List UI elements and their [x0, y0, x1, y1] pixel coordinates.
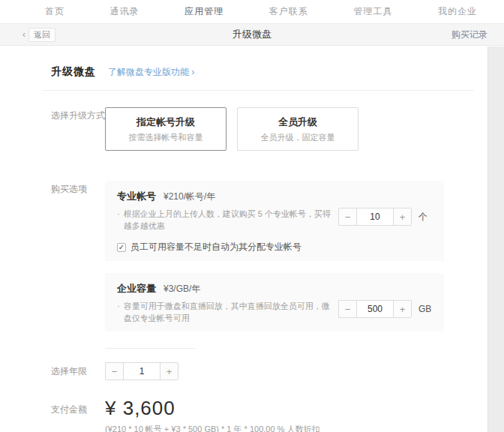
- pro-account-stepper: − 10 + 个: [338, 208, 434, 226]
- years-input[interactable]: 1: [123, 362, 160, 380]
- capacity-box: 企业容量 ¥3/GB/年 · 容量可用于微盘和直播回放，其中直播回放全员可用，微…: [105, 273, 444, 332]
- section-title: 升级微盘: [51, 65, 96, 79]
- nav-tab-home[interactable]: 首页: [44, 0, 66, 24]
- payment-formula: (¥210 * 10 帐号 + ¥3 * 500 GB) * 1 年 * 100…: [105, 424, 320, 432]
- top-nav: 首页 通讯录 应用管理 客户联系 管理工具 我的企业: [0, 0, 504, 23]
- increase-accounts-button[interactable]: +: [394, 208, 412, 226]
- pro-account-box: 专业帐号 ¥210/帐号/年 · 根据企业上月的上传人数，建议购买 5 个专业帐…: [105, 181, 444, 261]
- bullet-icon: ·: [117, 208, 120, 232]
- pro-account-head: 专业帐号 ¥210/帐号/年: [117, 190, 434, 203]
- pro-account-body: · 根据企业上月的上传人数，建议购买 5 个专业帐号，买得越多越优惠 − 10 …: [117, 208, 434, 232]
- capacity-stepper: − 500 + GB: [338, 300, 434, 318]
- decrease-years-button[interactable]: −: [105, 362, 123, 380]
- page-header: ‹ 返回 升级微盘 购买记录: [0, 23, 504, 46]
- nav-tab-app-management[interactable]: 应用管理: [183, 0, 225, 24]
- decrease-capacity-button[interactable]: −: [338, 300, 356, 318]
- upgrade-mode-cards: 指定帐号升级 按需选择帐号和容量 全员升级 全员升级，固定容量: [105, 107, 358, 151]
- increase-years-button[interactable]: +: [160, 362, 178, 380]
- payment-amount: ¥ 3,600: [105, 397, 320, 420]
- option-card-specified-accounts[interactable]: 指定帐号升级 按需选择帐号和容量: [105, 107, 226, 151]
- purchase-options-row: 购买选项 专业帐号 ¥210/帐号/年 · 根据企业上月的上传人数，建议购买 5…: [51, 181, 474, 332]
- capacity-head: 企业容量 ¥3/GB/年: [117, 282, 434, 296]
- title-divider: [42, 90, 474, 91]
- nav-tab-my-company[interactable]: 我的企业: [436, 0, 478, 24]
- capacity-body: · 容量可用于微盘和直播回放，其中直播回放全员可用，微盘仅专业帐号可用 − 50…: [117, 300, 434, 324]
- auto-assign-checkbox-row[interactable]: ✓ 员工可用容量不足时自动为其分配专业帐号: [117, 241, 434, 254]
- purchase-option-boxes: 专业帐号 ¥210/帐号/年 · 根据企业上月的上传人数，建议购买 5 个专业帐…: [105, 181, 444, 332]
- capacity-price: ¥3/GB/年: [164, 283, 200, 296]
- accounts-unit: 个: [418, 211, 434, 224]
- card-title: 指定帐号升级: [136, 116, 195, 129]
- checkbox-checked-icon[interactable]: ✓: [117, 243, 126, 252]
- purchase-records-link[interactable]: 购买记录: [452, 28, 488, 41]
- upgrade-mode-label: 选择升级方式: [51, 107, 105, 122]
- bullet-icon: ·: [117, 300, 120, 324]
- right-gutter: [488, 46, 504, 432]
- nav-tab-contacts[interactable]: 通讯录: [109, 0, 141, 24]
- payment-label: 支付金额: [51, 397, 105, 416]
- main-content: 升级微盘 了解微盘专业版功能 › 选择升级方式 指定帐号升级 按需选择帐号和容量…: [0, 46, 504, 432]
- card-title: 全员升级: [278, 116, 317, 129]
- capacity-name: 企业容量: [117, 282, 156, 296]
- payment-detail: ¥ 3,600 (¥210 * 10 帐号 + ¥3 * 500 GB) * 1…: [105, 397, 320, 432]
- increase-capacity-button[interactable]: +: [394, 300, 412, 318]
- capacity-desc: · 容量可用于微盘和直播回放，其中直播回放全员可用，微盘仅专业帐号可用: [117, 300, 336, 324]
- nav-tab-customer[interactable]: 客户联系: [268, 0, 310, 24]
- upgrade-wedrive-page: 首页 通讯录 应用管理 客户联系 管理工具 我的企业 ‹ 返回 升级微盘 购买记…: [0, 0, 504, 432]
- card-desc: 按需选择帐号和容量: [129, 132, 203, 143]
- payment-row: 支付金额 ¥ 3,600 (¥210 * 10 帐号 + ¥3 * 500 GB…: [51, 397, 474, 432]
- learn-more-link[interactable]: 了解微盘专业版功能 ›: [108, 66, 194, 79]
- decrease-accounts-button[interactable]: −: [338, 208, 356, 226]
- pro-account-desc-text: 根据企业上月的上传人数，建议购买 5 个专业帐号，买得越多越优惠: [124, 208, 336, 232]
- page-title: 升级微盘: [0, 28, 504, 41]
- duration-stepper: − 1 +: [105, 362, 178, 380]
- accounts-count-input[interactable]: 10: [356, 208, 394, 226]
- card-desc: 全员升级，固定容量: [261, 132, 335, 143]
- title-bar: 升级微盘 了解微盘专业版功能 ›: [51, 65, 474, 79]
- upgrade-mode-row: 选择升级方式 指定帐号升级 按需选择帐号和容量 全员升级 全员升级，固定容量: [51, 107, 474, 151]
- option-card-all-members[interactable]: 全员升级 全员升级，固定容量: [237, 107, 358, 151]
- pro-account-name: 专业帐号: [117, 190, 156, 203]
- summary-divider: [105, 348, 195, 349]
- nav-tab-admin-tools[interactable]: 管理工具: [352, 0, 394, 24]
- pro-account-price: ¥210/帐号/年: [164, 190, 215, 203]
- duration-row: 选择年限 − 1 +: [51, 362, 474, 380]
- capacity-input[interactable]: 500: [356, 300, 394, 318]
- duration-label: 选择年限: [51, 364, 105, 378]
- capacity-desc-text: 容量可用于微盘和直播回放，其中直播回放全员可用，微盘仅专业帐号可用: [124, 300, 336, 324]
- purchase-options-label: 购买选项: [51, 181, 105, 196]
- capacity-unit: GB: [418, 304, 434, 314]
- pro-account-desc: · 根据企业上月的上传人数，建议购买 5 个专业帐号，买得越多越优惠: [117, 208, 336, 232]
- auto-assign-label: 员工可用容量不足时自动为其分配专业帐号: [130, 241, 302, 254]
